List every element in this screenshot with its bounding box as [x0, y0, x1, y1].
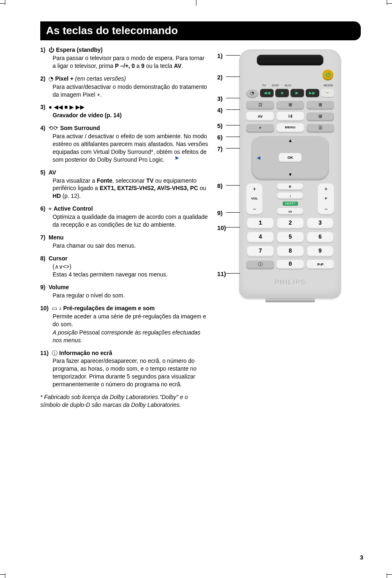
callout-9: 9) — [217, 209, 222, 217]
plus-icon: + — [324, 185, 327, 193]
mode-label-dvd: DVD — [272, 84, 279, 88]
digit-6: 6 — [307, 232, 334, 243]
menu-button: MENU — [277, 123, 304, 132]
instruction-item: 11) ⓘ Informação no ecrãPara fazer apare… — [40, 349, 209, 388]
callout-10: 10) — [217, 224, 226, 232]
crop-mark — [5, 0, 5, 5]
remote-hinge — [265, 298, 315, 302]
ffwd-icon: ▶▶ — [306, 89, 319, 97]
crop-mark — [5, 573, 5, 578]
page: As teclas do telecomando 1) ⏻ Espera (st… — [0, 0, 392, 425]
page-title: As teclas do telecomando — [40, 21, 361, 40]
columns: 1) ⏻ Espera (standby)Para passar o telev… — [40, 46, 363, 409]
brand-label: PHILIPS — [244, 278, 336, 287]
list-icon: ☰ — [307, 123, 334, 132]
arrow-down-icon: ▼ — [288, 172, 293, 178]
digit-8: 8 — [277, 246, 304, 257]
row1-right: ⊞ — [307, 100, 334, 109]
arrow-up-icon: ▲ — [288, 137, 293, 144]
callout-8: 8) — [217, 182, 222, 190]
crop-mark — [387, 0, 387, 5]
crop-mark — [196, 0, 196, 6]
av-button: AV — [246, 112, 274, 121]
ir-window — [257, 55, 323, 65]
digit-2: 2 — [277, 218, 304, 229]
remote-body: ⏻ TV DVD AUX MODE ◔ ◀◀ ■ ▶ ▶▶ ⋯ — [239, 49, 341, 299]
row-2: AV Ⅰ·Ⅱ ⊞ — [244, 112, 336, 121]
minus-icon: − — [253, 205, 256, 213]
callout-4: 4) — [217, 106, 222, 114]
callout-11: 11) — [217, 270, 226, 278]
instruction-item: 7) MenuPara chamar ou sair dos menus. — [40, 234, 209, 250]
mode-button: ⋯ — [321, 89, 334, 97]
mode-labels: TV DVD AUX MODE — [262, 84, 336, 88]
digit-7: 7 — [247, 246, 274, 257]
mode-label-tv: TV — [262, 84, 266, 88]
number-pad: 123456789 — [244, 218, 336, 257]
digit-0: 0 — [277, 260, 304, 269]
minus-icon: − — [324, 205, 327, 213]
crop-mark — [387, 574, 392, 575]
callout-2: 2) — [217, 73, 222, 81]
digit-1: 1 — [247, 218, 274, 229]
callout-7: 7) — [217, 145, 222, 153]
row1-mid: ⊞ — [277, 100, 304, 109]
arrow-right-icon: ▶ — [175, 154, 323, 160]
surround-icon: ⊡ — [246, 100, 274, 109]
transport-row: ◔ ◀◀ ■ ▶ ▶▶ ⋯ — [244, 89, 336, 98]
crop-mark — [0, 3, 5, 4]
instruction-list: 1) ⏻ Espera (standby)Para passar o telev… — [40, 46, 209, 388]
instruction-item: 5) AVPara visualizar a Fonte, selecciona… — [40, 169, 209, 200]
digit-5: 5 — [277, 232, 304, 243]
plus-icon: + — [253, 185, 256, 193]
row-3: ⌖ MENU ☰ — [244, 123, 336, 132]
footnote: * Fabricado sob licença da Dolby Laborat… — [40, 393, 209, 409]
info-icon: ⓘ — [246, 260, 274, 269]
instruction-item: 6) ⌖ Active ControlOptimiza a qualidade … — [40, 205, 209, 229]
instruction-item: 9) VolumePara regular o nível do som. — [40, 283, 209, 299]
pixel-plus-icon: ◔ — [246, 89, 258, 98]
bottom-row: ⓘ 0 P‹P — [244, 260, 336, 269]
page-number: 3 — [360, 553, 363, 562]
nav-pad: ▲ ▼ ◀ ▶ OK — [251, 135, 329, 180]
right-column: 1)2)3)4)5)6)7)8)9)10)11) ⏻ TV DVD AUX MO… — [222, 46, 363, 409]
play-icon: ▶ — [291, 89, 304, 97]
instruction-item: 2) ◔ Pixel + (em certas versões)Para act… — [40, 75, 209, 99]
smart-label: SMART — [283, 202, 297, 205]
instruction-item: 1) ⏻ Espera (standby)Para passar o telev… — [40, 46, 209, 70]
power-icon: ⏻ — [323, 70, 333, 80]
instruction-item: 10) ▭ ♪ Pré-regulações de imagem e somPe… — [40, 304, 209, 344]
digit-9: 9 — [307, 246, 334, 257]
volume-rocker: + VOL − — [246, 183, 263, 215]
p-label: P — [325, 197, 327, 201]
stop-icon: ■ — [275, 89, 289, 97]
crop-mark — [0, 574, 5, 575]
picture-preset-icon: ▭ — [277, 208, 303, 215]
mode-label-mode: MODE — [323, 84, 333, 88]
callout-3: 3) — [217, 95, 222, 103]
rewind-icon: ◀◀ — [260, 89, 274, 97]
callout-5: 5) — [217, 122, 222, 130]
remote-diagram: 1)2)3)4)5)6)7)8)9)10)11) ⏻ TV DVD AUX MO… — [239, 49, 363, 299]
program-rocker: + P − — [318, 183, 334, 215]
digit-4: 4 — [247, 232, 274, 243]
left-column: 1) ⏻ Espera (standby)Para passar o telev… — [40, 46, 209, 409]
mute-icon: ✕ — [277, 183, 303, 190]
crop-mark — [387, 573, 387, 578]
row2-right: ⊞ — [307, 112, 334, 121]
vol-p-cluster: + VOL − ✕ ♪ SMART ▭ + P — [244, 183, 336, 215]
prev-prog-button: P‹P — [307, 260, 334, 269]
row-1: ⊡ ⊞ ⊞ — [244, 100, 336, 109]
digit-3: 3 — [307, 218, 334, 229]
vol-label: VOL — [251, 197, 258, 201]
mode-label-aux: AUX — [285, 84, 291, 88]
instruction-item: 8) Cursor(∧∨<>)Estas 4 teclas permitem n… — [40, 255, 209, 279]
instruction-item: 3) ● ◀◀ ■ ▶ ▶▶ Gravador de vídeo (p. 14) — [40, 103, 209, 119]
callout-1: 1) — [217, 52, 222, 60]
sound-mode-button: Ⅰ·Ⅱ — [277, 112, 304, 121]
crop-mark — [387, 3, 392, 4]
sound-preset-icon: ♪ — [277, 193, 303, 199]
callout-6: 6) — [217, 133, 222, 142]
active-control-icon: ⌖ — [246, 123, 274, 132]
